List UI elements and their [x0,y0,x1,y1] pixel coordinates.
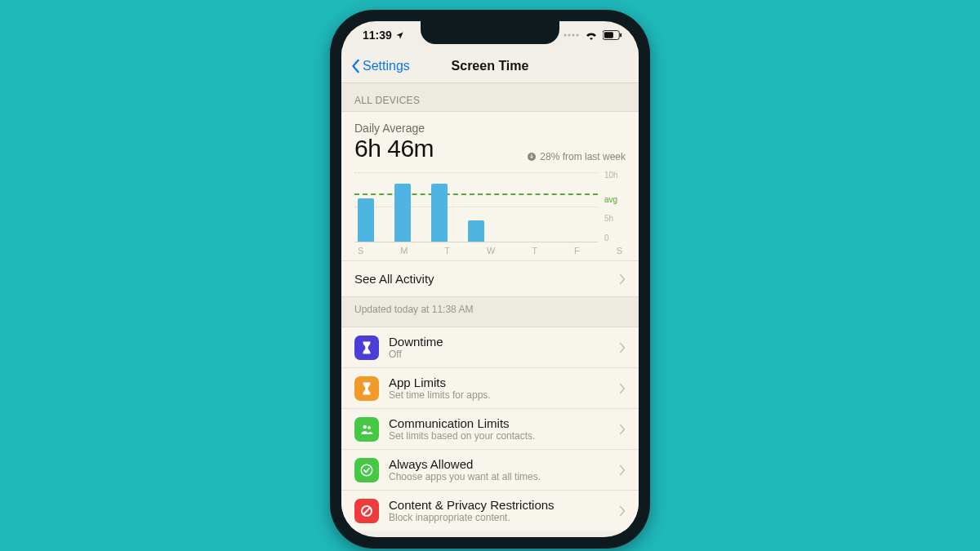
hourglass-icon [354,335,379,360]
hourglass-icon [354,376,379,401]
svg-point-9 [368,425,371,429]
daily-average-label: Daily Average [354,122,626,135]
row-subtitle: Off [389,349,609,360]
svg-rect-6 [620,33,621,38]
settings-row-app-limits[interactable]: App LimitsSet time limits for apps. [341,368,639,409]
svg-point-8 [363,424,368,429]
chart-bar [468,220,484,242]
people-icon [354,417,379,442]
chevron-left-icon [351,59,361,73]
chevron-right-icon [619,424,626,435]
row-title: Downtime [389,335,609,349]
svg-rect-5 [604,32,613,38]
settings-row-always-allowed[interactable]: Always AllowedChoose apps you want at al… [341,450,639,491]
status-time: 11:39 [363,29,392,42]
svg-point-2 [572,33,574,36]
back-label: Settings [363,59,410,73]
chart-x-labels: SMTWTFS [341,244,639,260]
chevron-right-icon [619,464,626,476]
row-subtitle: Choose apps you want at all times. [389,471,609,482]
row-title: Communication Limits [389,416,609,430]
arrow-down-icon [527,152,537,162]
row-title: Always Allowed [389,457,609,471]
block-icon [354,499,379,523]
chart-bar [431,184,448,242]
svg-point-0 [564,33,566,36]
settings-row-communication-limits[interactable]: Communication LimitsSet limits based on … [341,409,639,450]
page-title: Screen Time [452,59,529,73]
location-icon [395,31,404,40]
see-all-activity-link[interactable]: See All Activity [341,260,639,296]
chart-y-labels: 10h avg 5h 0 [604,171,626,242]
chevron-right-icon [619,505,626,517]
settings-row-content-privacy-restrictions[interactable]: Content & Privacy RestrictionsBlock inap… [341,491,639,531]
wifi-icon [585,30,598,40]
row-subtitle: Block inappropriate content. [389,512,609,523]
chevron-right-icon [619,342,626,353]
chevron-right-icon [619,273,626,285]
screen-time-options: DowntimeOffApp LimitsSet time limits for… [341,327,639,531]
row-title: Content & Privacy Restrictions [389,498,609,512]
phone-frame: 11:39 Settings Screen Time ALL DEVICES D… [330,10,650,549]
notch [421,21,559,44]
svg-point-3 [576,33,578,36]
chevron-right-icon [619,383,626,394]
delta-from-last-week: 28% from last week [527,151,626,162]
phone-screen: 11:39 Settings Screen Time ALL DEVICES D… [341,21,639,537]
row-title: App Limits [389,375,609,389]
chart-bar [358,198,374,242]
row-subtitle: Set limits based on your contacts. [389,430,609,442]
section-header-all-devices: ALL DEVICES [341,83,639,111]
check-icon [354,458,379,482]
nav-bar: Settings Screen Time [341,49,639,83]
settings-row-downtime[interactable]: DowntimeOff [341,327,639,368]
chart-bar [394,184,411,242]
svg-line-12 [363,507,371,514]
daily-average-value: 6h 46m [354,135,434,162]
back-button[interactable]: Settings [351,59,410,73]
usage-chart: 10h avg 5h 0 [341,166,639,244]
svg-point-1 [568,33,570,36]
signal-dots-icon [564,32,580,38]
battery-icon [603,30,622,40]
updated-note: Updated today at 11:38 AM [341,297,639,327]
row-subtitle: Set time limits for apps. [389,389,609,401]
summary-card: Daily Average 6h 46m 28% from last week [341,111,639,297]
